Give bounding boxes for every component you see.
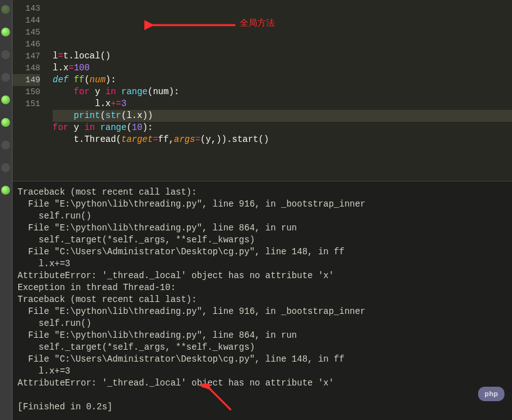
main-area: 143144145146147148149150151 l=t.local()l… bbox=[13, 0, 512, 420]
code-area[interactable]: l=t.local()l.x=100def ff(num): for y in … bbox=[48, 0, 512, 181]
console-line: l.x+=3 bbox=[18, 258, 507, 270]
activity-icon[interactable] bbox=[1, 5, 10, 14]
line-number: 148 bbox=[13, 62, 40, 74]
activity-icon[interactable] bbox=[1, 141, 10, 149]
code-line[interactable]: for y in range(10): bbox=[53, 122, 512, 134]
activity-icon[interactable] bbox=[1, 163, 10, 172]
code-line[interactable]: l=t.local() bbox=[53, 50, 512, 62]
console-line: Traceback (most recent call last): bbox=[18, 294, 507, 306]
console-line: File "C:\Users\Administrator\Desktop\cg.… bbox=[18, 353, 507, 365]
console-line: self._target(*self._args, **self._kwargs… bbox=[18, 234, 507, 246]
line-number: 149 bbox=[13, 74, 40, 86]
code-line[interactable]: l.x+=3 bbox=[53, 98, 512, 110]
console-line: AttributeError: '_thread._local' object … bbox=[18, 270, 507, 282]
code-line[interactable]: l.x=100 bbox=[53, 62, 512, 74]
line-number: 143 bbox=[13, 3, 40, 14]
console-line: self.run() bbox=[18, 318, 507, 330]
line-number: 144 bbox=[13, 14, 40, 26]
line-number: 147 bbox=[13, 50, 40, 62]
code-line[interactable]: for y in range(num): bbox=[53, 86, 512, 98]
activity-icon[interactable] bbox=[1, 50, 10, 59]
annotation-label: 全局方法 bbox=[240, 18, 275, 29]
code-line[interactable]: print(str(l.x)) bbox=[53, 110, 512, 122]
activity-icon[interactable] bbox=[1, 186, 10, 195]
svg-line-1 bbox=[208, 387, 231, 410]
code-editor[interactable]: 143144145146147148149150151 l=t.local()l… bbox=[13, 0, 512, 181]
console-line bbox=[18, 389, 507, 401]
line-number: 151 bbox=[13, 98, 40, 110]
console-line: self.run() bbox=[18, 210, 507, 222]
code-line[interactable]: def ff(num): bbox=[53, 74, 512, 86]
activity-icon[interactable] bbox=[1, 28, 10, 36]
code-line[interactable]: t.Thread(target=ff,args=(y,)).start() bbox=[53, 134, 512, 146]
line-number-gutter: 143144145146147148149150151 bbox=[13, 0, 48, 181]
watermark-badge: php bbox=[478, 387, 504, 401]
console-arrow-icon bbox=[201, 384, 238, 414]
console-line: File "E:\python\lib\threading.py", line … bbox=[18, 198, 507, 210]
console-line: File "C:\Users\Administrator\Desktop\cg.… bbox=[18, 246, 507, 258]
activity-icon[interactable] bbox=[1, 73, 10, 82]
annotation-arrow-icon bbox=[144, 18, 238, 33]
console-line: Traceback (most recent call last): bbox=[18, 186, 507, 198]
activity-bar bbox=[0, 0, 13, 420]
console-line: File "E:\python\lib\threading.py", line … bbox=[18, 222, 507, 234]
activity-icon[interactable] bbox=[1, 118, 10, 127]
activity-icon[interactable] bbox=[1, 95, 10, 104]
line-number: 146 bbox=[13, 38, 40, 50]
code-line[interactable] bbox=[53, 38, 512, 50]
console-line: l.x+=3 bbox=[18, 365, 507, 377]
line-number: 150 bbox=[13, 86, 40, 98]
output-console[interactable]: Traceback (most recent call last): File … bbox=[13, 181, 512, 420]
console-line: self._target(*self._args, **self._kwargs… bbox=[18, 342, 507, 353]
console-line: Exception in thread Thread-10: bbox=[18, 282, 507, 294]
console-line: [Finished in 0.2s] bbox=[18, 401, 507, 413]
console-line: File "E:\python\lib\threading.py", line … bbox=[18, 306, 507, 318]
line-number: 145 bbox=[13, 26, 40, 38]
console-line: AttributeError: '_thread._local' object … bbox=[18, 377, 507, 389]
console-line: File "E:\python\lib\threading.py", line … bbox=[18, 330, 507, 342]
